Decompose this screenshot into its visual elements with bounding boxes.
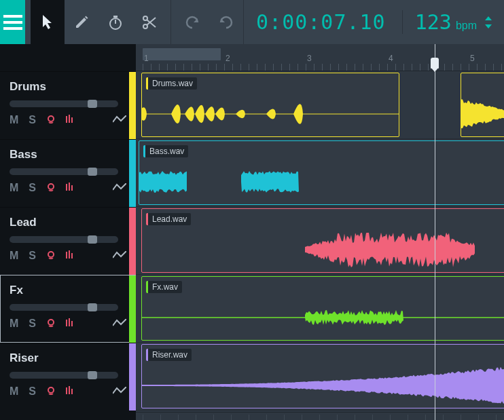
track-color-chip <box>129 343 136 411</box>
slider-thumb[interactable] <box>88 100 97 108</box>
svg-rect-18 <box>69 183 70 191</box>
svg-rect-14 <box>71 117 73 123</box>
mute-button[interactable]: M <box>10 318 19 330</box>
automation-icon[interactable] <box>113 318 126 330</box>
waveform <box>461 94 504 134</box>
solo-button[interactable]: S <box>29 385 37 398</box>
svg-rect-2 <box>3 27 22 30</box>
mute-button[interactable]: M <box>10 250 19 262</box>
record-arm-icon[interactable] <box>46 385 56 398</box>
automation-icon[interactable] <box>113 385 126 398</box>
record-arm-icon[interactable] <box>46 182 56 194</box>
redo-button[interactable] <box>209 0 243 44</box>
time-display[interactable]: 0:00:07.10 <box>256 10 386 34</box>
track-header[interactable]: Riser M S <box>0 343 136 411</box>
bottom-ruler <box>136 412 504 420</box>
record-arm-icon[interactable] <box>46 250 56 262</box>
svg-rect-1 <box>3 21 22 24</box>
track-volume-slider[interactable] <box>10 236 118 243</box>
stopwatch-icon <box>108 15 123 30</box>
track-lane[interactable]: Drums.wav <box>136 71 504 139</box>
track-header[interactable]: Lead M S <box>0 207 136 275</box>
automation-icon[interactable] <box>113 250 126 262</box>
slider-thumb[interactable] <box>88 303 97 311</box>
mute-button[interactable]: M <box>10 114 19 126</box>
solo-button[interactable]: S <box>29 318 37 330</box>
tempo-steppers <box>485 16 492 28</box>
clip-label: Riser.wav <box>146 349 192 361</box>
tempo-down[interactable] <box>485 24 492 28</box>
record-arm-icon[interactable] <box>46 318 56 330</box>
slider-thumb[interactable] <box>88 371 97 379</box>
svg-rect-27 <box>66 320 67 326</box>
track-lane[interactable]: Bass.wav <box>136 139 504 207</box>
select-tool[interactable] <box>31 0 65 44</box>
pencil-icon <box>75 16 88 29</box>
track-name: Lead <box>10 216 126 229</box>
solo-button[interactable]: S <box>29 182 37 194</box>
ruler-selection[interactable] <box>143 48 221 60</box>
timeline: 12345 Drums.wavBass.wavLead.wavFx.wavRis… <box>136 44 504 420</box>
tempo-up[interactable] <box>485 16 492 20</box>
track-name: Drums <box>10 80 126 94</box>
audio-clip[interactable]: Drums.wav <box>141 73 399 137</box>
audio-clip[interactable]: Riser.wav <box>141 344 504 408</box>
track-volume-slider[interactable] <box>10 372 118 379</box>
history-group <box>175 0 243 44</box>
audio-clip[interactable]: Bass.wav <box>139 140 504 205</box>
svg-rect-29 <box>71 321 73 326</box>
track-header[interactable]: Bass M S <box>0 139 136 207</box>
ruler-mark: 2 <box>226 54 230 63</box>
track-lane[interactable]: Lead.wav <box>136 207 504 275</box>
slider-thumb[interactable] <box>88 235 97 244</box>
track-header[interactable]: Fx M S <box>0 275 136 343</box>
track-color-chip <box>129 72 136 139</box>
audio-clip[interactable]: Fx.wav <box>141 276 504 341</box>
mute-button[interactable]: M <box>10 182 19 194</box>
undo-button[interactable] <box>175 0 209 44</box>
track-controls: M S <box>10 385 126 398</box>
track-volume-slider[interactable] <box>10 100 118 107</box>
ruler-mark: 4 <box>389 54 393 63</box>
svg-rect-28 <box>69 318 70 326</box>
mixer-icon[interactable] <box>65 385 75 398</box>
svg-rect-24 <box>71 253 73 259</box>
draw-tool[interactable] <box>65 0 98 44</box>
ruler[interactable]: 12345 <box>136 44 504 71</box>
scissors-icon <box>142 15 157 30</box>
audio-clip[interactable]: Lead.wav <box>141 208 504 273</box>
cut-tool[interactable] <box>132 0 166 44</box>
mixer-icon[interactable] <box>65 182 75 194</box>
cursor-icon <box>41 15 54 30</box>
solo-button[interactable]: S <box>29 250 37 262</box>
clip-label: Drums.wav <box>146 77 197 90</box>
track-volume-slider[interactable] <box>10 168 118 175</box>
undo-icon <box>184 16 200 29</box>
waveform <box>142 297 504 337</box>
svg-point-10 <box>48 116 54 121</box>
mute-button[interactable]: M <box>10 385 19 398</box>
record-arm-icon[interactable] <box>46 114 56 126</box>
svg-rect-19 <box>71 185 73 191</box>
automation-icon[interactable] <box>113 114 126 126</box>
tempo-value[interactable]: 123 <box>415 10 452 34</box>
slider-thumb[interactable] <box>88 168 97 176</box>
track-header[interactable]: Drums M S <box>0 71 136 139</box>
waveform <box>142 365 504 405</box>
track-volume-slider[interactable] <box>10 304 118 311</box>
track-lane[interactable]: Fx.wav <box>136 275 504 343</box>
metronome-tool[interactable] <box>98 0 132 44</box>
mixer-icon[interactable] <box>65 114 75 126</box>
audio-clip[interactable] <box>461 73 504 137</box>
track-lane[interactable]: Riser.wav <box>136 343 504 411</box>
svg-rect-34 <box>71 389 73 394</box>
track-controls: M S <box>10 318 126 330</box>
solo-button[interactable]: S <box>29 114 37 126</box>
mixer-icon[interactable] <box>65 318 75 330</box>
svg-rect-4 <box>113 16 118 18</box>
hamburger-menu[interactable] <box>0 0 25 44</box>
mixer-icon[interactable] <box>65 250 75 262</box>
automation-icon[interactable] <box>113 182 126 194</box>
waveform <box>142 229 504 269</box>
redo-icon <box>218 16 234 29</box>
